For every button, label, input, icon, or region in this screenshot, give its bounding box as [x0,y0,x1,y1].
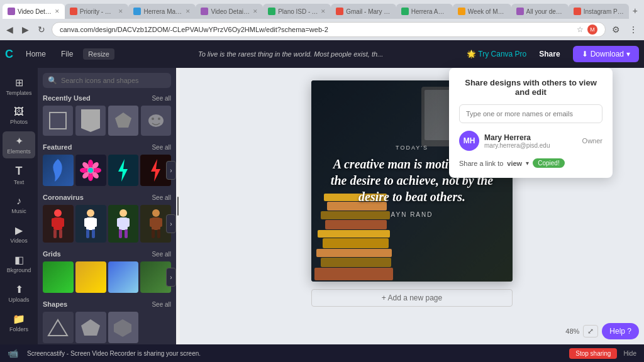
tab-close-icon[interactable]: ✕ [253,8,258,14]
sidebar-item-photos[interactable]: 🖼 Photos [3,102,35,129]
star-icon[interactable]: ☆ [577,25,584,34]
tab-close-icon[interactable]: ✕ [55,8,60,14]
sidebar-item-elements[interactable]: ✦ Elements [3,131,35,158]
svg-rect-27 [93,218,97,227]
svg-point-36 [152,209,160,217]
new-tab-icon[interactable]: + [629,6,641,16]
videos-icon: ▶ [15,224,23,236]
grids-item[interactable] [108,261,139,293]
recently-used-item[interactable] [108,106,138,136]
coronavirus-next-arrow[interactable]: › [166,214,176,233]
elements-panel: 🔍 Recently Used See all [38,68,176,344]
tab-week[interactable]: Week of Mar... [453,4,511,19]
featured-item[interactable] [108,155,139,186]
grids-next-arrow[interactable]: › [166,268,176,287]
tab-video2[interactable]: Video Details... ✕ [196,4,263,19]
share-user-name: Mary Herrera [484,133,577,142]
menu-button[interactable]: ⋮ [626,23,640,36]
sidebar-item-uploads[interactable]: ⬆ Uploads [3,280,35,307]
hide-button[interactable]: Hide [623,350,636,357]
help-button[interactable]: Help ? [602,323,639,339]
tab-video-details[interactable]: Video Details ✕ [3,4,65,19]
chevron-down-icon[interactable]: ▾ [526,160,529,167]
grids-see-all[interactable]: See all [152,251,171,258]
svg-point-5 [158,118,160,120]
tab-priority[interactable]: Priority - Go... ✕ [65,4,129,19]
sidebar-item-music[interactable]: ♪ Music [3,192,35,218]
tab-close-icon[interactable]: ✕ [118,8,123,14]
tab-favicon [201,8,208,15]
shapes-item[interactable] [43,312,74,343]
recently-used-see-all[interactable]: See all [152,95,171,102]
tab-label: Herrera Marc... [143,8,183,15]
share-email-input[interactable] [459,104,602,123]
svg-rect-38 [150,218,153,227]
file-button[interactable]: File [56,47,78,61]
coronavirus-see-all[interactable]: See all [152,194,171,201]
expand-button[interactable]: ⤢ [583,325,598,337]
svg-rect-40 [152,229,155,238]
sidebar-item-videos[interactable]: ▶ Videos [3,221,35,248]
tab-designs[interactable]: All your desi... [511,4,569,19]
photos-icon: 🖼 [14,106,24,118]
topbar-banner: To live is the rarest thing in the world… [119,50,462,58]
featured-item[interactable] [43,155,74,186]
coronavirus-item[interactable] [75,205,106,243]
share-avatar: MH [459,131,479,151]
tab-herrera[interactable]: Herrera Marc... ✕ [128,4,196,19]
featured-item[interactable] [75,155,106,186]
tab-label: Video Details [18,8,52,15]
resize-button[interactable]: Resize [83,48,114,60]
tab-close-icon[interactable]: ✕ [186,8,191,14]
uploads-icon: ⬆ [15,283,23,295]
tab-gmail[interactable]: Gmail - Mary H... [331,4,396,19]
canvas-bottom-controls: 48% ⤢ Help ? [565,323,639,339]
address-bar[interactable]: canva.com/design/DACVzb1ZDOM/-CLePVAUwYP… [52,22,606,37]
share-button[interactable]: Share [531,46,567,62]
recently-used-item[interactable] [141,106,171,136]
share-link-view[interactable]: view [507,160,522,167]
svg-rect-29 [92,229,95,238]
sidebar-item-text[interactable]: T Text [3,161,35,189]
reload-button[interactable]: ↻ [35,23,48,36]
address-text: canva.com/design/DACVzb1ZDOM/-CLePVAUwYP… [60,26,577,33]
sidebar-item-label: Videos [10,238,27,244]
tab-label: Week of Mar... [468,8,506,15]
search-input[interactable] [61,77,166,84]
forward-button[interactable]: ▶ [19,23,31,36]
sidebar-item-folders[interactable]: 📁 Folders [3,309,35,336]
avatar-icon[interactable]: M [587,25,597,35]
sidebar-item-background[interactable]: ◧ Bkground [3,250,35,277]
coronavirus-item[interactable] [108,205,139,243]
search-icon: 🔍 [48,76,57,85]
grids-item[interactable] [43,261,74,293]
flower-icon [80,160,102,182]
shapes-item[interactable] [108,312,139,343]
grids-item[interactable] [75,261,106,293]
recently-used-title: Recently Used [43,94,91,102]
tab-herrera-ans[interactable]: Herrera Ans... [396,4,453,19]
tab-plano[interactable]: Plano ISD - A... ✕ [263,4,331,19]
shapes-item[interactable] [75,312,106,343]
try-canva-button[interactable]: 🌟 Try Canva Pro [467,50,526,58]
sidebar-item-label: Elements [7,148,31,155]
svg-rect-21 [60,218,64,227]
recently-used-item[interactable] [43,106,73,136]
coronavirus-item[interactable] [43,205,74,243]
stop-sharing-button[interactable]: Stop sharing [569,348,617,359]
shapes-see-all[interactable]: See all [152,301,171,308]
extensions-button[interactable]: ⚙ [609,23,623,36]
add-page-button[interactable]: + Add a new page [311,289,513,307]
recently-used-grid [43,106,171,136]
sidebar-item-templates[interactable]: ⊞ Templates [3,73,35,100]
download-button[interactable]: ⬇ Download ▾ [573,46,639,62]
share-dropdown: Share designs with others to view and ed… [449,68,613,178]
tab-close-icon[interactable]: ✕ [321,8,326,14]
recently-used-item[interactable] [75,106,106,136]
featured-see-all[interactable]: See all [152,144,171,151]
featured-next-arrow[interactable]: › [166,161,176,180]
svg-rect-53 [314,268,393,280]
back-button[interactable]: ◀ [4,23,16,36]
home-button[interactable]: Home [21,47,51,61]
tab-instagram[interactable]: Instagram Po... [569,4,629,19]
